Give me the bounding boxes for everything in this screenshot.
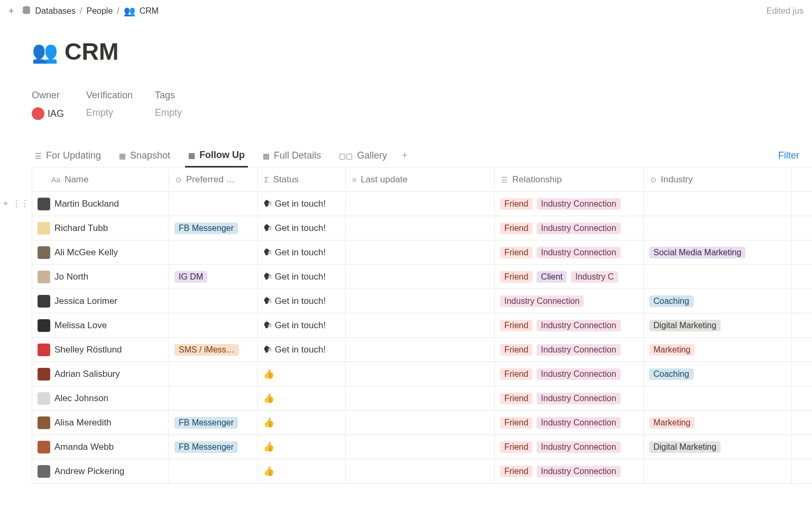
cell-preferred[interactable]: SMS / iMess… [169,338,258,361]
breadcrumb-mid[interactable]: People [86,6,113,16]
cell-relationship[interactable]: FriendIndustry Connection [495,313,644,337]
cell-industry[interactable]: Digital Marketing [644,435,792,459]
cell-name[interactable]: Jo North [32,265,169,289]
cell-industry[interactable]: Marketing [644,411,792,434]
table-row[interactable]: Amanda WebbFB Messenger👍FriendIndustry C… [32,435,812,459]
cell-preferred[interactable] [169,362,258,386]
cell-relationship[interactable]: FriendIndustry Connection [495,362,644,386]
cell-relationship[interactable]: FriendIndustry Connection [495,459,644,483]
cell-status[interactable]: 👍 [258,435,346,459]
cell-relationship[interactable]: FriendIndustry Connection [495,216,644,240]
cell-status[interactable]: 🗣 Get in touch! [258,265,346,289]
cell-status[interactable]: 🗣 Get in touch! [258,338,346,361]
page-icon[interactable]: 👥 [32,40,58,64]
view-gallery[interactable]: ▢▢ Gallery [336,150,390,166]
cell-last-update[interactable] [346,411,495,434]
cell-status[interactable]: 🗣 Get in touch! [258,192,346,216]
column-last-update[interactable]: ≡Last update [346,168,495,191]
table-row[interactable]: Alisa MeredithFB Messenger👍FriendIndustr… [32,411,812,435]
cell-industry[interactable]: Coaching [644,362,792,386]
table-row[interactable]: Richard TubbFB Messenger🗣 Get in touch!F… [32,216,812,240]
cell-relationship[interactable]: FriendIndustry Connection [495,386,644,410]
cell-status[interactable]: 🗣 Get in touch! [258,289,346,313]
column-status[interactable]: ΣStatus [258,168,346,191]
table-row[interactable]: Jessica Lorimer🗣 Get in touch!Industry C… [32,289,812,313]
table-row[interactable]: Jo NorthIG DM🗣 Get in touch!FriendClient… [32,265,812,289]
column-industry[interactable]: ⊙Industry [644,168,792,191]
view-for-updating[interactable]: ☰ For Updating [32,150,104,166]
cell-relationship[interactable]: FriendIndustry Connection [495,192,644,216]
table-row[interactable]: Shelley RöstlundSMS / iMess…🗣 Get in tou… [32,338,812,362]
cell-last-update[interactable] [346,362,495,386]
cell-status[interactable]: 👍 [258,386,346,410]
cell-name[interactable]: Alec Johnson [32,386,169,410]
cell-industry[interactable] [644,386,792,410]
filter-button[interactable]: Filter [778,150,799,166]
cell-last-update[interactable] [346,435,495,459]
add-view-button[interactable]: + [402,150,408,166]
cell-preferred[interactable] [169,240,258,264]
cell-name[interactable]: Jessica Lorimer [32,289,169,313]
cell-name[interactable]: Melissa Love [32,313,169,337]
cell-last-update[interactable] [346,459,495,483]
cell-status[interactable]: 🗣 Get in touch! [258,240,346,264]
breadcrumb-leaf[interactable]: CRM [140,6,159,16]
cell-name[interactable]: Shelley Röstlund [32,338,169,361]
cell-last-update[interactable] [346,386,495,410]
drag-handle-icon[interactable]: ⋮⋮ [12,199,29,209]
verification-value[interactable]: Empty [86,107,133,118]
cell-preferred[interactable]: FB Messenger [169,216,258,240]
cell-relationship[interactable]: Industry Connection [495,289,644,313]
cell-status[interactable]: 🗣 Get in touch! [258,216,346,240]
view-follow-up[interactable]: ▦ Follow Up [185,150,248,168]
cell-industry[interactable] [644,216,792,240]
table-row[interactable]: Adrian Salisbury👍FriendIndustry Connecti… [32,362,812,386]
cell-preferred[interactable]: IG DM [169,265,258,289]
cell-last-update[interactable] [346,216,495,240]
add-row-button[interactable]: + [3,199,8,209]
cell-relationship[interactable]: FriendIndustry Connection [495,435,644,459]
cell-last-update[interactable] [346,313,495,337]
cell-industry[interactable] [644,192,792,216]
cell-relationship[interactable]: FriendIndustry Connection [495,240,644,264]
cell-industry[interactable]: Social Media Marketing [644,240,792,264]
view-full-details[interactable]: ▦ Full Details [260,150,324,166]
column-relationship[interactable]: ☰Relationship [495,168,644,191]
cell-last-update[interactable] [346,289,495,313]
cell-industry[interactable] [644,265,792,289]
cell-name[interactable]: Ali McGee Kelly [32,240,169,264]
cell-preferred[interactable] [169,313,258,337]
table-row[interactable]: Andrew Pickering👍FriendIndustry Connecti… [32,459,812,484]
cell-preferred[interactable]: FB Messenger [169,435,258,459]
cell-status[interactable]: 👍 [258,459,346,483]
view-snapshot[interactable]: ▦ Snapshot [116,150,173,166]
cell-name[interactable]: Richard Tubb [32,216,169,240]
cell-last-update[interactable] [346,265,495,289]
cell-industry[interactable] [644,459,792,483]
cell-name[interactable]: Andrew Pickering [32,459,169,483]
owner-value[interactable]: IAG [32,107,64,120]
column-preferred[interactable]: ⊙Preferred … [169,168,258,191]
table-row[interactable]: Melissa Love🗣 Get in touch!FriendIndustr… [32,313,812,338]
cell-status[interactable]: 👍 [258,411,346,434]
cell-industry[interactable]: Marketing [644,338,792,361]
page-title[interactable]: CRM [64,38,118,66]
cell-relationship[interactable]: FriendIndustry Connection [495,338,644,361]
cell-name[interactable]: Martin Buckland [32,192,169,216]
cell-relationship[interactable]: FriendClientIndustry C [495,265,644,289]
cell-industry[interactable]: Digital Marketing [644,313,792,337]
cell-status[interactable]: 🗣 Get in touch! [258,313,346,337]
cell-name[interactable]: Adrian Salisbury [32,362,169,386]
table-row[interactable]: +⋮⋮Martin Buckland🗣 Get in touch!FriendI… [32,192,812,216]
cell-industry[interactable]: Coaching [644,289,792,313]
cell-relationship[interactable]: FriendIndustry Connection [495,411,644,434]
cell-last-update[interactable] [346,338,495,361]
cell-last-update[interactable] [346,240,495,264]
table-row[interactable]: Ali McGee Kelly🗣 Get in touch!FriendIndu… [32,240,812,265]
add-page-button[interactable]: + [8,6,14,17]
cell-last-update[interactable] [346,192,495,216]
cell-preferred[interactable] [169,459,258,483]
breadcrumb-root[interactable]: Databases [35,6,76,16]
tags-value[interactable]: Empty [155,107,182,118]
table-row[interactable]: Alec Johnson👍FriendIndustry Connection [32,386,812,411]
